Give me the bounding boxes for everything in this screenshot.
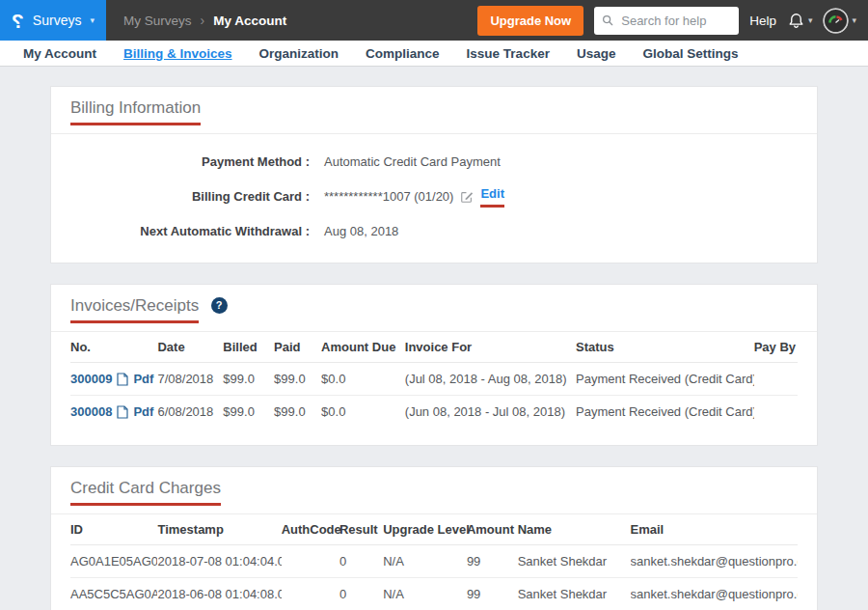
next-withdrawal-row: Next Automatic Withdrawal : Aug 08, 2018 <box>70 224 798 239</box>
col-name: Name <box>518 514 631 545</box>
help-link[interactable]: Help <box>749 14 776 28</box>
breadcrumb: My Surveys › My Account <box>123 13 286 28</box>
invoice-status: Payment Received (Credit Card) <box>576 396 754 429</box>
col-authcode: AuthCode <box>282 514 339 545</box>
header-bar: My Surveys › My Account Upgrade Now Help… <box>106 0 868 41</box>
tab-organization[interactable]: Organization <box>246 46 353 61</box>
next-withdrawal-value: Aug 08, 2018 <box>324 224 398 239</box>
charge-email: sanket.shekdar@questionpro.com <box>631 578 798 610</box>
pdf-link[interactable]: Pdf <box>133 372 153 386</box>
breadcrumb-chevron-icon: › <box>201 13 205 28</box>
pdf-link[interactable]: Pdf <box>133 404 153 419</box>
col-no: No. <box>70 332 157 363</box>
col-paid: Paid <box>274 332 321 363</box>
charge-timestamp: 2018-07-08 01:04:04.0 <box>157 545 281 578</box>
invoice-date: 7/08/2018 <box>157 363 223 396</box>
help-icon[interactable]: ? <box>211 297 228 314</box>
bell-icon <box>787 12 805 30</box>
invoice-for: (Jul 08, 2018 - Aug 08, 2018) <box>405 363 576 396</box>
charge-amount: 99 <box>467 545 518 578</box>
charges-table: ID Timestamp AuthCode Result Upgrade Lev… <box>70 514 798 610</box>
charge-name: Sanket Shekdar <box>518 578 631 610</box>
invoices-receipts-title: Invoices/Receipts <box>70 296 199 323</box>
account-nav-tabs: My Account Billing & Invoices Organizati… <box>0 41 868 67</box>
invoice-number-link[interactable]: 300009 Pdf <box>70 372 153 386</box>
col-result: Result <box>339 514 383 545</box>
tab-usage[interactable]: Usage <box>563 46 630 61</box>
credit-card-charges-card: Credit Card Charges ID Timestamp AuthCod… <box>50 466 818 610</box>
tab-my-account[interactable]: My Account <box>10 46 110 61</box>
tab-billing-invoices[interactable]: Billing & Invoices <box>110 46 246 61</box>
next-withdrawal-label: Next Automatic Withdrawal : <box>70 224 310 239</box>
col-invoice-for: Invoice For <box>405 332 576 363</box>
invoice-row: 300009 Pdf 7/08/2018 $99.0 $99.0 $0.0 (J… <box>70 363 798 396</box>
edit-pencil-icon[interactable] <box>460 190 474 204</box>
charges-header-row: ID Timestamp AuthCode Result Upgrade Lev… <box>70 514 798 545</box>
top-header: ? Surveys ▾ My Surveys › My Account Upgr… <box>0 0 868 41</box>
chevron-down-icon: ▾ <box>808 15 813 25</box>
payment-method-value: Automatic Credit Card Payment <box>324 154 501 170</box>
invoice-row: 300008 Pdf 6/08/2018 $99.0 $99.0 $0.0 (J… <box>70 396 798 429</box>
invoice-amount-due: $0.0 <box>321 363 405 396</box>
col-date: Date <box>157 332 223 363</box>
billing-credit-card-label: Billing Credit Card : <box>70 189 310 205</box>
product-menu-label: Surveys <box>33 13 82 28</box>
tab-compliance[interactable]: Compliance <box>352 46 453 61</box>
charge-authcode <box>282 578 339 610</box>
pdf-icon <box>117 405 128 419</box>
charge-authcode <box>282 545 339 578</box>
invoice-amount-due: $0.0 <box>321 396 405 429</box>
charge-row: AG0A1E05AG0A 2018-07-08 01:04:04.0 0 N/A… <box>70 545 798 578</box>
header-actions: Upgrade Now Help ▾ <box>477 6 856 36</box>
invoice-status: Payment Received (Credit Card) <box>576 363 754 396</box>
charge-upgrade-level: N/A <box>383 545 467 578</box>
charge-result: 0 <box>339 545 383 578</box>
invoices-header-row: No. Date Billed Paid Amount Due Invoice … <box>70 332 798 363</box>
col-status: Status <box>576 332 754 363</box>
avatar <box>823 8 849 34</box>
invoices-table: No. Date Billed Paid Amount Due Invoice … <box>70 332 798 428</box>
payment-method-label: Payment Method : <box>70 154 310 170</box>
col-amount: Amount <box>467 514 518 545</box>
chevron-down-icon: ▾ <box>90 16 95 25</box>
invoice-date: 6/08/2018 <box>157 396 223 429</box>
help-search[interactable] <box>594 7 739 35</box>
invoice-billed: $99.0 <box>223 363 274 396</box>
payment-method-row: Payment Method : Automatic Credit Card P… <box>70 154 798 170</box>
col-billed: Billed <box>223 332 274 363</box>
invoice-pay-by <box>754 363 798 396</box>
pdf-icon <box>117 373 128 386</box>
chevron-down-icon: ▾ <box>852 15 856 25</box>
charge-name: Sanket Shekdar <box>518 545 631 578</box>
billing-information-title: Billing Information <box>70 98 201 125</box>
product-menu[interactable]: ? Surveys ▾ <box>0 0 106 41</box>
charge-timestamp: 2018-06-08 01:04:08.0 <box>157 578 281 610</box>
search-input[interactable] <box>619 13 731 29</box>
invoice-for: (Jun 08, 2018 - Jul 08, 2018) <box>405 396 576 429</box>
edit-card-link[interactable]: Edit <box>480 186 504 208</box>
charge-upgrade-level: N/A <box>383 578 467 610</box>
col-email: Email <box>631 514 798 545</box>
invoice-paid: $99.0 <box>274 363 321 396</box>
account-menu[interactable]: ▾ <box>823 8 856 34</box>
tab-global-settings[interactable]: Global Settings <box>629 46 751 61</box>
invoices-receipts-card: Invoices/Receipts ? No. Date Billed Paid… <box>50 284 818 446</box>
breadcrumb-current: My Account <box>213 14 286 28</box>
invoice-paid: $99.0 <box>274 396 321 429</box>
charge-row: AA5C5C5AG0A 2018-06-08 01:04:08.0 0 N/A … <box>70 578 798 610</box>
credit-card-charges-title: Credit Card Charges <box>70 479 221 506</box>
upgrade-now-button[interactable]: Upgrade Now <box>477 6 583 36</box>
notifications-menu[interactable]: ▾ <box>787 12 813 30</box>
charge-amount: 99 <box>467 578 518 610</box>
charge-id: AG0A1E05AG0A <box>70 545 157 578</box>
invoice-pay-by <box>754 396 798 429</box>
col-pay-by: Pay By <box>754 332 798 363</box>
tab-issue-tracker[interactable]: Issue Tracker <box>453 46 563 61</box>
page-content: Billing Information Payment Method : Aut… <box>50 86 818 610</box>
breadcrumb-parent[interactable]: My Surveys <box>123 14 192 28</box>
charge-email: sanket.shekdar@questionpro.com <box>631 545 798 578</box>
col-id: ID <box>70 514 157 545</box>
invoice-number-link[interactable]: 300008 Pdf <box>70 404 153 419</box>
charge-result: 0 <box>339 578 383 610</box>
questionpro-logo-icon: ? <box>12 11 24 31</box>
